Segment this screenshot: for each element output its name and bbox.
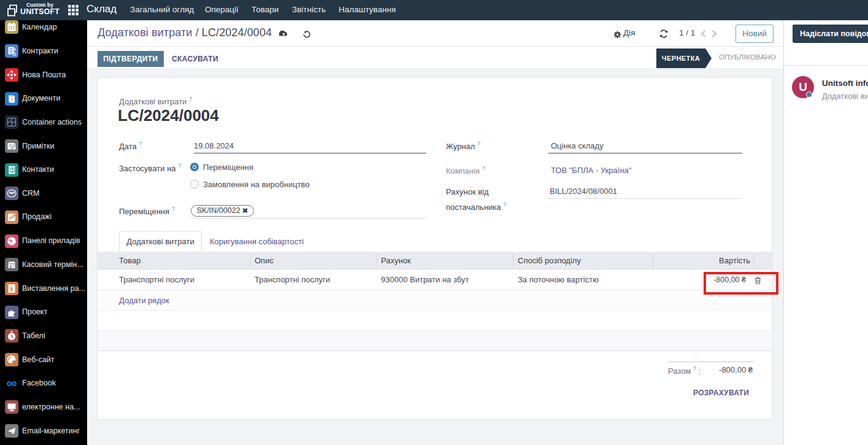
svg-text:$: $: [10, 286, 13, 292]
